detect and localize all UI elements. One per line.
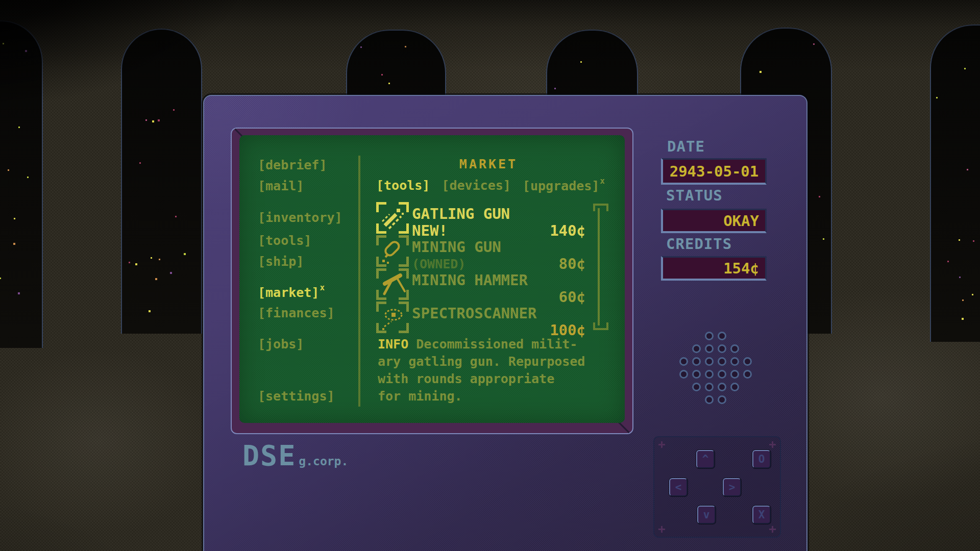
star [8, 169, 9, 171]
scrollbar-bottom-cap [593, 322, 608, 330]
crt-screen: [debrief] [mail] [inventory] [tools] [sh… [239, 135, 625, 423]
scrollbar-top-cap [593, 204, 608, 211]
star [158, 119, 160, 121]
game-screen: [debrief] [mail] [inventory] [tools] [sh… [0, 0, 980, 551]
speaker-dot [692, 383, 701, 391]
sidebar-item-mail[interactable]: [mail] [258, 179, 304, 193]
right-button[interactable]: > [723, 478, 741, 496]
speaker-dot [692, 370, 701, 379]
speaker-dot [718, 344, 726, 353]
star [962, 318, 964, 320]
star [823, 238, 824, 240]
star [813, 43, 815, 45]
sidebar-item-inventory[interactable]: [inventory] [258, 210, 342, 225]
star [149, 310, 151, 312]
sidebar-item-settings[interactable]: [settings] [258, 389, 335, 404]
cave-arch [930, 24, 980, 342]
star [964, 68, 966, 69]
control-pad: ^ O < > v X [653, 436, 781, 538]
tab-devices[interactable]: [devices] [442, 178, 510, 193]
star [360, 46, 362, 48]
star [170, 272, 172, 274]
status-display: OKAY [661, 209, 767, 233]
speaker-dot [705, 383, 714, 391]
scrollbar[interactable] [593, 204, 604, 330]
up-arrow-icon: ^ [702, 453, 709, 465]
star [27, 177, 29, 178]
list-item-mining-hammer[interactable]: MINING HAMMER 60¢ [376, 270, 585, 303]
status-label: STATUS [666, 187, 723, 204]
speaker-dot [718, 332, 726, 340]
speaker-dot [718, 383, 726, 391]
sidebar-item-jobs[interactable]: [jobs] [258, 337, 304, 352]
speaker-dot [730, 344, 739, 353]
sidebar-item-debrief[interactable]: [debrief] [258, 158, 327, 172]
sidebar-divider [358, 156, 360, 407]
star [388, 83, 390, 84]
tab-tools[interactable]: [tools] [376, 178, 430, 193]
list-item-gatling-gun[interactable]: GATLING GUN NEW! 140¢ [376, 204, 585, 237]
star [155, 278, 157, 280]
screw-mark [658, 526, 665, 533]
cross-button[interactable]: X [752, 506, 771, 524]
speaker-dot [718, 395, 726, 404]
bezel-notch [618, 421, 629, 433]
brand-logo: DSE g.corp. [242, 443, 348, 468]
star [819, 196, 820, 197]
star [0, 278, 1, 279]
speaker-row [677, 368, 754, 381]
star [959, 239, 960, 241]
speaker-dot [743, 357, 752, 366]
tab-upgrades[interactable]: [upgrades]x [523, 178, 604, 193]
price: 80¢ [559, 255, 585, 272]
price: 60¢ [559, 288, 585, 306]
speaker-row [690, 342, 741, 355]
terminal-console: [debrief] [mail] [inventory] [tools] [sh… [203, 95, 807, 551]
star [18, 127, 20, 128]
cave-arch [121, 29, 202, 334]
star [381, 74, 383, 76]
speaker-dot [743, 370, 752, 379]
sidebar-item-ship[interactable]: [ship] [258, 254, 304, 269]
list-item-spectroscanner[interactable]: SPECTROSCANNER 100¢ [376, 304, 585, 336]
circle-button[interactable]: O [752, 450, 771, 468]
star [554, 88, 556, 89]
cave-arch [0, 20, 43, 348]
speaker-dot [730, 370, 739, 379]
screw-mark [769, 526, 776, 533]
info-label: INFO [378, 337, 408, 352]
sidebar-item-finances[interactable]: [finances] [258, 306, 335, 320]
star [936, 97, 938, 98]
date-label: DATE [667, 138, 705, 155]
screw-mark [769, 441, 776, 448]
sidebar-item-tools[interactable]: [tools] [258, 233, 311, 248]
star [129, 262, 130, 263]
spectroscanner-icon [376, 302, 409, 333]
speaker-dot [718, 370, 726, 379]
speaker-dot [679, 370, 688, 379]
market-tabs: [tools] [devices] [upgrades]x [376, 178, 604, 193]
star [959, 277, 961, 278]
star [580, 61, 582, 63]
speaker-dot [692, 344, 701, 353]
star [135, 263, 137, 265]
star [159, 259, 160, 260]
list-item-mining-gun[interactable]: MINING GUN (OWNED) 80¢ [376, 237, 585, 270]
page-title: MARKET [376, 157, 601, 171]
sidebar-item-market[interactable]: [market]x [258, 285, 324, 300]
left-button[interactable]: < [669, 478, 688, 496]
speaker-dot [692, 357, 701, 366]
speaker-dot [718, 357, 726, 366]
up-button[interactable]: ^ [696, 450, 715, 468]
speaker-dot [705, 344, 714, 353]
cross-icon: X [758, 509, 765, 521]
star [3, 43, 4, 44]
star [173, 109, 175, 111]
gatling-gun-icon [376, 202, 409, 234]
star [962, 299, 964, 301]
mining-gun-icon [376, 235, 409, 267]
star [967, 169, 968, 170]
star [760, 71, 762, 73]
down-button[interactable]: v [697, 506, 716, 524]
scrollbar-track [598, 208, 600, 325]
